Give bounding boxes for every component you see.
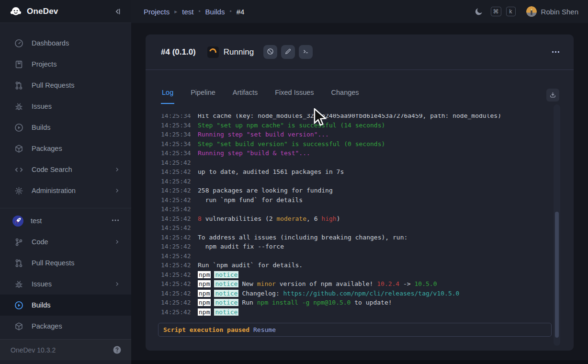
log-message: 8 vulnerabilities (2 moderate, 6 high) xyxy=(198,214,340,224)
sidebar-item-issues[interactable]: Issues xyxy=(0,96,131,117)
log-viewport: 14:25:34Hit cache (key: node_modules_32/… xyxy=(161,114,543,321)
page-content: #4 (0.1.0) Running LogPipelineArtifactsF… xyxy=(131,23,588,364)
sidebar-item-label: Packages xyxy=(32,145,121,152)
sidebar-item-label: Code xyxy=(32,238,114,246)
log-timestamp: 14:25:42 xyxy=(161,233,191,242)
sidebar-item-code-search[interactable]: Code Search xyxy=(0,159,131,180)
project-item-packages[interactable]: Packages xyxy=(0,316,131,337)
log-timestamp: 14:25:42 xyxy=(161,167,191,177)
sidebar-collapse-icon[interactable] xyxy=(112,6,123,17)
project-item-builds[interactable]: Builds xyxy=(0,295,131,316)
log-line: 14:25:42npmnotice xyxy=(161,270,543,280)
tab-changes[interactable]: Changes xyxy=(330,89,360,104)
log-message: npmnoticeNew minor version of npm availa… xyxy=(198,279,437,289)
play-circle-icon xyxy=(14,301,23,310)
sidebar-project-row[interactable]: test xyxy=(0,210,131,231)
project-item-pull-requests[interactable]: Pull Requests xyxy=(0,252,131,273)
package-icon xyxy=(14,144,23,153)
breadcrumb-projects[interactable]: Projects xyxy=(144,8,170,16)
log-line: 14:25:42Run `npm audit` for details. xyxy=(161,261,543,270)
tab-fixed-issues[interactable]: Fixed Issues xyxy=(274,89,315,104)
tab-log[interactable]: Log xyxy=(161,89,174,104)
sidebar-divider xyxy=(0,208,131,208)
log-message: Run `npm audit` for details. xyxy=(198,261,303,270)
breadcrumb-builds[interactable]: Builds xyxy=(205,8,225,16)
build-detail-card: #4 (0.1.0) Running LogPipelineArtifactsF… xyxy=(146,34,574,351)
breadcrumb-dot-icon: • xyxy=(229,8,231,15)
download-log-button[interactable] xyxy=(546,89,559,102)
dark-mode-icon[interactable] xyxy=(475,7,484,16)
project-item-code[interactable]: Code xyxy=(0,231,131,252)
resume-link[interactable]: Resume xyxy=(253,326,276,333)
log-line: 14:25:34Running step "build & test"... xyxy=(161,148,543,158)
log-timestamp: 14:25:34 xyxy=(161,114,191,121)
log-message: npmnotice xyxy=(198,270,242,280)
log-message: Running step "set build version"... xyxy=(198,130,329,139)
log-message: 258 packages are looking for funding xyxy=(198,186,333,195)
help-icon[interactable] xyxy=(113,345,122,354)
build-tabs: LogPipelineArtifactsFixed IssuesChanges xyxy=(146,70,574,104)
pencil-icon xyxy=(284,48,292,57)
sidebar-item-builds[interactable]: Builds xyxy=(0,117,131,138)
gauge-icon xyxy=(14,39,23,48)
log-message: To address all issues (including breakin… xyxy=(198,233,407,242)
breadcrumb-test[interactable]: test xyxy=(182,8,193,16)
log-line: 14:25:42 npm audit fix --force xyxy=(161,242,543,251)
log-timestamp: 14:25:42 xyxy=(161,242,191,251)
bug-icon xyxy=(14,280,23,289)
sidebar-item-label: Issues xyxy=(32,280,114,288)
sidebar-item-pull-requests[interactable]: Pull Requests xyxy=(0,75,131,96)
project-name: test xyxy=(31,217,111,225)
sidebar-item-dashboards[interactable]: Dashboards xyxy=(0,33,131,54)
log-line: 14:25:42npmnoticeNew minor version of np… xyxy=(161,279,543,289)
build-status: Running xyxy=(207,46,254,58)
tab-artifacts[interactable]: Artifacts xyxy=(232,89,259,104)
web-terminal-button[interactable] xyxy=(299,45,313,59)
edit-build-button[interactable] xyxy=(281,45,295,59)
sidebar: OneDev DashboardsProjectsPull RequestsIs… xyxy=(0,0,131,364)
log-line: 14:25:42 xyxy=(161,251,543,261)
project-more-icon[interactable] xyxy=(111,216,121,226)
project-item-issues[interactable]: Issues xyxy=(0,273,131,295)
pull-request-icon xyxy=(14,259,23,268)
log-timestamp: 14:25:42 xyxy=(161,270,191,280)
log-message: npm audit fix --force xyxy=(198,242,284,251)
sidebar-footer: OneDev 10.3.2 xyxy=(0,339,131,360)
log-scrollbar-thumb[interactable] xyxy=(555,212,559,338)
sidebar-item-label: Pull Requests xyxy=(32,259,121,267)
more-options-icon[interactable] xyxy=(550,46,561,58)
log-line: 14:25:34Step "set up npm cache" is succe… xyxy=(161,121,543,130)
app-title: OneDev xyxy=(27,7,112,16)
log-timestamp: 14:25:42 xyxy=(161,205,191,214)
log-line: 14:25:42 xyxy=(161,205,543,214)
breadcrumb-dot-icon: • xyxy=(198,8,200,15)
log-timestamp: 14:25:34 xyxy=(161,139,191,149)
sidebar-item-label: Issues xyxy=(32,102,121,110)
build-title: #4 (0.1.0) xyxy=(161,47,196,57)
breadcrumb-chevron-icon: ▸ xyxy=(174,8,177,15)
build-actions xyxy=(263,45,550,59)
sidebar-project-menu: CodePull RequestsIssuesBuildsPackages xyxy=(0,231,131,337)
sidebar-item-projects[interactable]: Projects xyxy=(0,54,131,75)
package-icon xyxy=(14,322,23,331)
sidebar-item-administration[interactable]: Administration xyxy=(0,180,131,201)
user-menu[interactable]: Robin Shen xyxy=(526,6,578,17)
log-timestamp: 14:25:42 xyxy=(161,195,191,205)
log-timestamp: 14:25:42 xyxy=(161,261,191,270)
terminal-icon xyxy=(302,48,309,57)
sidebar-item-label: Builds xyxy=(32,301,121,309)
log-timestamp: 14:25:42 xyxy=(161,177,191,186)
topbar: Projects▸test•Builds•#4 ⌘ k xyxy=(131,0,588,23)
code-icon xyxy=(14,165,23,174)
log-line: 14:25:42 xyxy=(161,177,543,186)
breadcrumb--4: #4 xyxy=(237,8,245,16)
cancel-build-button[interactable] xyxy=(263,45,277,59)
log-timestamp: 14:25:34 xyxy=(161,121,191,130)
play-circle-icon xyxy=(14,123,23,132)
sidebar-item-packages[interactable]: Packages xyxy=(0,138,131,159)
tab-pipeline[interactable]: Pipeline xyxy=(190,89,216,104)
log-timestamp: 14:25:42 xyxy=(161,214,191,224)
log-message: npmnoticeChangelog: https://github.com/n… xyxy=(198,289,459,298)
chevron-right-icon xyxy=(114,281,121,287)
bug-icon xyxy=(14,102,23,111)
